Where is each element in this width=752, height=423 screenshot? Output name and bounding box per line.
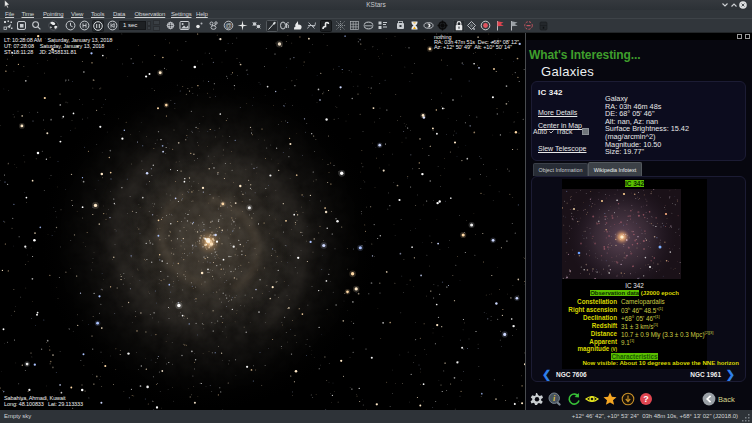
- svg-text:?: ?: [643, 394, 649, 404]
- svg-text:@: @: [225, 22, 232, 29]
